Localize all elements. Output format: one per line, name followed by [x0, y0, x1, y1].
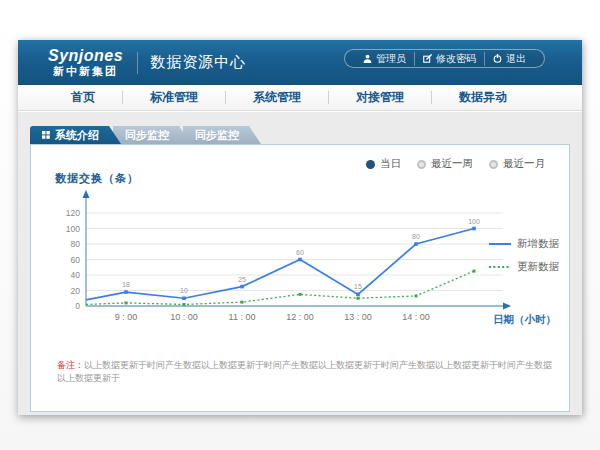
y-tick-label: 40	[71, 270, 81, 280]
tab-1[interactable]: 同步监控	[113, 126, 191, 144]
header-divider	[137, 52, 138, 74]
legend-line-sample	[489, 242, 511, 246]
range-filter-0[interactable]: 当日	[366, 157, 401, 171]
y-axis-arrow-icon	[83, 190, 90, 198]
nav-item-0[interactable]: 首页	[44, 91, 122, 104]
nav-item-3[interactable]: 对接管理	[328, 91, 431, 104]
data-point[interactable]	[298, 258, 302, 262]
edit-icon	[423, 54, 432, 63]
y-tick-label: 20	[71, 286, 81, 296]
x-axis-title: 日期（小时）	[493, 313, 556, 326]
userbar-item-admin[interactable]: 管理员	[355, 52, 414, 66]
user-icon	[363, 54, 372, 63]
range-filter-1[interactable]: 最近一周	[417, 157, 473, 171]
app-window: Synjones 新中新集团 数据资源中心 管理员修改密码退出 首页标准管理系统…	[18, 40, 582, 415]
data-point-label: 10	[180, 287, 188, 294]
y-tick-label: 120	[66, 208, 80, 218]
range-filter-label: 最近一周	[431, 157, 473, 171]
legend-item-0: 新增数据	[489, 237, 559, 251]
data-point[interactable]	[473, 270, 476, 273]
logo-text-cn: 新中新集团	[48, 66, 123, 77]
content-area: 系统介绍同步监控同步监控 当日最近一周最近一月 数据交换（条） 02040608…	[18, 112, 582, 415]
data-point[interactable]	[356, 293, 360, 297]
header: Synjones 新中新集团 数据资源中心 管理员修改密码退出	[18, 40, 582, 85]
tab-2[interactable]: 同步监控	[183, 126, 261, 144]
footnote: 备注：以上数据更新于时间产生数据以上数据更新于时间产生数据以上数据更新于时间产生…	[57, 359, 555, 384]
data-point[interactable]	[414, 242, 418, 246]
data-point[interactable]	[299, 293, 302, 296]
y-tick-label: 0	[75, 301, 80, 311]
userbar-item-logout[interactable]: 退出	[484, 52, 534, 66]
series-legend: 新增数据更新数据	[489, 237, 559, 283]
y-tick-label: 80	[71, 239, 81, 249]
range-filter-label: 当日	[380, 157, 401, 171]
x-tick-label: 12 : 00	[286, 312, 314, 322]
tab-label: 同步监控	[125, 126, 169, 144]
x-tick-label: 14 : 00	[402, 312, 430, 322]
x-axis-arrow-icon	[503, 303, 511, 310]
y-tick-label: 100	[66, 224, 80, 234]
data-point[interactable]	[183, 303, 186, 306]
userbar-item-label: 管理员	[376, 52, 406, 66]
userbar-item-label: 退出	[506, 52, 526, 66]
main-nav: 首页标准管理系统管理对接管理数据异动	[18, 85, 582, 111]
nav-item-1[interactable]: 标准管理	[122, 91, 225, 104]
legend-line-sample	[489, 265, 511, 269]
logout-icon	[493, 54, 502, 63]
data-point-label: 100	[468, 218, 480, 225]
user-toolbar: 管理员修改密码退出	[344, 49, 545, 68]
x-tick-label: 13 : 00	[344, 312, 372, 322]
logo-text-en: Synjones	[48, 48, 123, 64]
data-point[interactable]	[125, 301, 128, 304]
legend-item-1: 更新数据	[489, 260, 559, 274]
userbar-item-change-password[interactable]: 修改密码	[414, 52, 484, 66]
data-point[interactable]	[241, 301, 244, 304]
nav-item-4[interactable]: 数据异动	[431, 91, 534, 104]
radio-icon[interactable]	[489, 160, 498, 169]
x-tick-label: 11 : 00	[229, 312, 256, 322]
data-point[interactable]	[182, 296, 186, 300]
series-line-更新数据	[86, 271, 474, 304]
line-chart: 0204060801001209 : 0010 : 0011 : 0012 : …	[45, 183, 561, 335]
footnote-prefix: 备注：	[57, 360, 84, 370]
tab-0[interactable]: 系统介绍	[30, 126, 121, 144]
range-filter-group: 当日最近一周最近一月	[366, 157, 545, 171]
data-point-label: 80	[412, 233, 420, 240]
data-point-label: 60	[296, 249, 304, 256]
data-point-label: 15	[354, 283, 362, 290]
legend-label: 更新数据	[517, 260, 559, 274]
data-point[interactable]	[415, 294, 418, 297]
range-filter-2[interactable]: 最近一月	[489, 157, 545, 171]
page-title: 数据资源中心	[150, 53, 246, 72]
tab-label: 同步监控	[195, 126, 239, 144]
legend-label: 新增数据	[517, 237, 559, 251]
data-point[interactable]	[240, 285, 244, 289]
x-tick-label: 10 : 00	[170, 312, 198, 322]
radio-icon[interactable]	[366, 160, 375, 169]
data-point-label: 25	[238, 276, 246, 283]
data-point[interactable]	[472, 227, 476, 231]
data-point-label: 18	[122, 281, 130, 288]
x-tick-label: 9 : 00	[115, 312, 138, 322]
footnote-text: 以上数据更新于时间产生数据以上数据更新于时间产生数据以上数据更新于时间产生数据以…	[57, 360, 552, 383]
data-point[interactable]	[124, 290, 128, 294]
data-point[interactable]	[357, 297, 360, 300]
nav-item-2[interactable]: 系统管理	[225, 91, 328, 104]
y-tick-label: 60	[71, 255, 81, 265]
userbar-item-label: 修改密码	[436, 52, 476, 66]
radio-icon[interactable]	[417, 160, 426, 169]
tab-bar: 系统介绍同步监控同步监控	[30, 126, 570, 144]
tab-label: 系统介绍	[55, 126, 99, 144]
company-logo: Synjones 新中新集团	[48, 48, 123, 77]
range-filter-label: 最近一月	[503, 157, 545, 171]
chart-panel: 当日最近一周最近一月 数据交换（条） 0204060801001209 : 00…	[30, 144, 570, 412]
grid-icon	[42, 126, 50, 144]
